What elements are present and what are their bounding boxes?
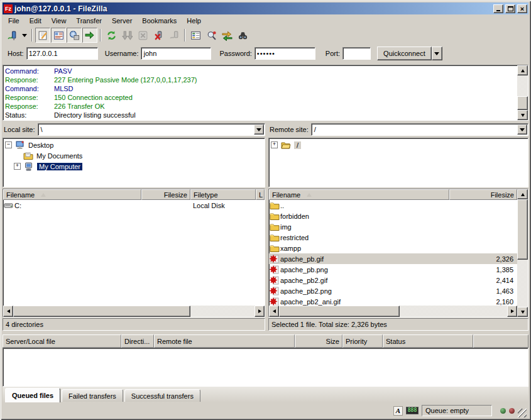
toggle-message-log-icon[interactable] <box>35 28 50 43</box>
menu-edit[interactable]: Edit <box>25 16 47 26</box>
filezilla-logo-icon: Fz <box>4 4 13 13</box>
remote-file-row[interactable]: apache_pb2.png1,463 <box>269 285 517 296</box>
remote-horizontal-scrollbar[interactable] <box>269 306 517 317</box>
transfer-type-indicator-icon: A <box>393 406 403 416</box>
minimize-button[interactable] <box>493 4 503 13</box>
scroll-thumb[interactable] <box>279 306 400 317</box>
tab-successful-transfers[interactable]: Successful transfers <box>124 389 200 402</box>
site-manager-icon[interactable] <box>4 28 19 43</box>
log-scrollbar[interactable] <box>517 65 528 120</box>
tree-item-my-computer[interactable]: + My Computer <box>5 161 265 172</box>
expand-icon[interactable]: + <box>14 163 21 170</box>
remote-file-row[interactable]: .. <box>269 200 517 211</box>
password-input[interactable] <box>255 47 315 60</box>
collapse-icon[interactable]: − <box>5 141 12 148</box>
scroll-thumb[interactable] <box>13 306 190 317</box>
remote-file-row[interactable]: apache_pb2.gif2,414 <box>269 275 517 285</box>
site-manager-dropdown-icon[interactable] <box>20 28 29 43</box>
image-file-icon <box>269 275 280 285</box>
menu-file[interactable]: File <box>3 16 25 26</box>
sort-ascending-icon <box>307 193 312 197</box>
menu-help[interactable]: Help <box>182 16 206 26</box>
remote-tree[interactable]: + / <box>268 138 528 187</box>
chevron-down-icon[interactable] <box>254 124 264 135</box>
column-header-server-local-file[interactable]: Server/Local file <box>3 334 121 348</box>
local-list-header: Filename Filesize Filetype L <box>3 189 265 200</box>
scroll-thumb[interactable] <box>517 96 528 110</box>
remote-file-row[interactable]: xampp <box>269 243 517 253</box>
remote-site-combobox[interactable]: / <box>311 123 528 136</box>
remote-file-row[interactable]: apache_pb2_ani.gif2,160 <box>269 296 517 306</box>
column-header-status[interactable]: Status <box>383 334 473 348</box>
column-header-priority[interactable]: Priority <box>342 334 383 348</box>
menu-view[interactable]: View <box>47 16 72 26</box>
local-tree[interactable]: − Desktop My Documents + My Computer <box>3 138 265 187</box>
column-header-filesize[interactable]: Filesize <box>141 189 190 200</box>
refresh-icon[interactable] <box>104 28 119 43</box>
menu-server[interactable]: Server <box>107 16 137 26</box>
resize-grip[interactable] <box>518 409 527 417</box>
process-queue-icon[interactable] <box>119 28 134 43</box>
column-header-filesize[interactable]: Filesize <box>449 189 517 200</box>
tree-item-my-documents[interactable]: My Documents <box>5 150 265 161</box>
column-header-lastmodified[interactable]: L <box>256 189 265 200</box>
scroll-left-icon[interactable] <box>269 306 279 317</box>
remote-file-row-selected[interactable]: apache_pb.gif2,326 <box>269 253 517 264</box>
column-header-filetype[interactable]: Filetype <box>190 189 256 200</box>
scroll-left-icon[interactable] <box>3 306 13 317</box>
disconnect-icon[interactable] <box>151 28 166 43</box>
remote-file-row[interactable]: restricted <box>269 232 517 243</box>
find-files-icon[interactable] <box>235 28 250 43</box>
toggle-transfer-queue-icon[interactable] <box>82 28 97 43</box>
directory-listing-filters-icon[interactable] <box>188 28 203 43</box>
quickconnect-button[interactable]: Quickconnect <box>377 47 432 60</box>
queue-body[interactable] <box>3 348 528 387</box>
column-header-filename[interactable]: Filename <box>3 189 141 200</box>
port-input[interactable] <box>342 47 371 60</box>
local-horizontal-scrollbar[interactable] <box>3 306 265 317</box>
column-header-direction[interactable]: Directi... <box>121 334 154 348</box>
tree-item-label: My Documents <box>36 152 82 160</box>
local-file-row[interactable]: C: Local Disk <box>3 200 265 211</box>
tab-failed-transfers[interactable]: Failed transfers <box>62 389 123 402</box>
synchronized-browsing-icon[interactable] <box>219 28 234 43</box>
remote-file-row[interactable]: forbidden <box>269 211 517 221</box>
tree-item-root[interactable]: + / <box>271 140 528 150</box>
scroll-up-icon[interactable] <box>517 189 528 199</box>
column-header-filename[interactable]: Filename <box>269 189 449 200</box>
column-header-size[interactable]: Size <box>295 334 342 348</box>
scroll-down-icon[interactable] <box>517 110 528 120</box>
tab-queued-files[interactable]: Queued files <box>5 388 60 402</box>
column-header-remote-file[interactable]: Remote file <box>154 334 295 348</box>
compare-directories-icon[interactable] <box>204 28 219 43</box>
local-list-body[interactable]: C: Local Disk <box>3 200 265 306</box>
maximize-button[interactable] <box>505 4 515 13</box>
chevron-down-icon[interactable] <box>517 124 527 135</box>
tree-item-desktop[interactable]: − Desktop <box>5 140 265 150</box>
quickconnect-dropdown-icon[interactable] <box>432 47 442 60</box>
queue-tabs: Queued files Failed transfers Successful… <box>3 387 528 402</box>
file-name: apache_pb.gif <box>280 255 449 263</box>
remote-file-row[interactable]: apache_pb.png1,385 <box>269 264 517 275</box>
remote-list-body[interactable]: .. forbidden img restricted xampp apache… <box>269 200 517 306</box>
scroll-up-icon[interactable] <box>517 65 528 75</box>
cancel-icon[interactable] <box>135 28 150 43</box>
host-input[interactable] <box>26 47 98 60</box>
scroll-down-icon[interactable] <box>517 307 528 317</box>
username-input[interactable] <box>141 47 211 60</box>
message-log: Command:PASV Response:227 Entering Passi… <box>3 65 528 121</box>
remote-file-row[interactable]: img <box>269 221 517 232</box>
menu-transfer[interactable]: Transfer <box>71 16 107 26</box>
scroll-right-icon[interactable] <box>507 306 517 317</box>
reconnect-icon[interactable] <box>167 28 182 43</box>
remote-vertical-scrollbar[interactable] <box>517 189 528 317</box>
queue-header: Server/Local file Directi... Remote file… <box>3 334 528 348</box>
close-button[interactable]: × <box>517 4 527 13</box>
scroll-right-icon[interactable] <box>255 306 265 317</box>
scroll-thumb[interactable] <box>517 199 528 260</box>
toggle-local-tree-icon[interactable] <box>51 28 66 43</box>
toggle-remote-tree-icon[interactable] <box>67 28 82 43</box>
expand-icon[interactable]: + <box>271 141 278 148</box>
local-site-combobox[interactable]: \ <box>38 123 265 136</box>
menu-bookmarks[interactable]: Bookmarks <box>137 16 182 26</box>
